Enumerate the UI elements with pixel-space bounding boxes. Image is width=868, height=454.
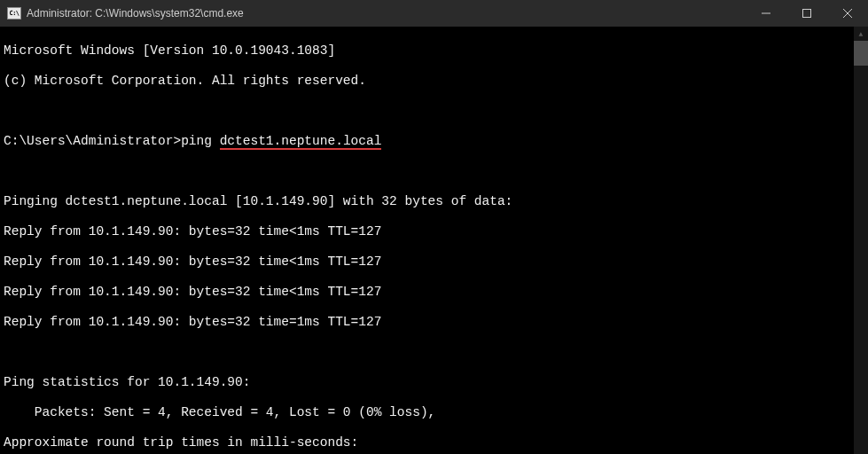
- prompt: C:\Users\Administrator>: [4, 134, 181, 148]
- output-line: (c) Microsoft Corporation. All rights re…: [4, 74, 850, 89]
- terminal-output[interactable]: Microsoft Windows [Version 10.0.19043.10…: [0, 27, 854, 454]
- titlebar[interactable]: C:\ Administrator: C:\Windows\system32\c…: [0, 0, 868, 27]
- output-line: Packets: Sent = 4, Received = 4, Lost = …: [4, 405, 850, 420]
- output-line: [4, 104, 850, 119]
- output-line: [4, 164, 850, 179]
- close-button[interactable]: [827, 0, 868, 27]
- window-title: Administrator: C:\Windows\system32\cmd.e…: [27, 7, 746, 20]
- output-line: Ping statistics for 10.1.149.90:: [4, 375, 850, 390]
- output-line: Reply from 10.1.149.90: bytes=32 time=1m…: [4, 315, 850, 330]
- terminal-area: Microsoft Windows [Version 10.0.19043.10…: [0, 27, 868, 454]
- maximize-button[interactable]: [786, 0, 827, 27]
- command-line: C:\Users\Administrator>ping dctest1.nept…: [4, 134, 850, 149]
- output-line: Pinging dctest1.neptune.local [10.1.149.…: [4, 194, 850, 209]
- output-line: Microsoft Windows [Version 10.0.19043.10…: [4, 43, 850, 59]
- scroll-up-arrow-icon[interactable]: ▲: [854, 27, 868, 41]
- output-line: Approximate round trip times in milli-se…: [4, 435, 850, 450]
- minimize-button[interactable]: [746, 0, 786, 27]
- vertical-scrollbar[interactable]: ▲ ▼: [854, 27, 868, 454]
- output-line: Reply from 10.1.149.90: bytes=32 time<1m…: [4, 285, 850, 300]
- cmd-icon: C:\: [7, 7, 21, 20]
- window-controls: [746, 0, 868, 27]
- svg-rect-1: [803, 10, 811, 18]
- close-icon: [843, 9, 852, 18]
- output-line: Reply from 10.1.149.90: bytes=32 time<1m…: [4, 254, 850, 270]
- output-line: [4, 345, 850, 360]
- scrollbar-thumb[interactable]: [854, 41, 868, 66]
- cmd-window: C:\ Administrator: C:\Windows\system32\c…: [0, 0, 868, 454]
- command-text: ping: [181, 134, 220, 148]
- minimize-icon: [762, 9, 770, 18]
- maximize-icon: [802, 9, 811, 18]
- ping-target-highlight: dctest1.neptune.local: [220, 134, 382, 150]
- output-line: Reply from 10.1.149.90: bytes=32 time<1m…: [4, 224, 850, 239]
